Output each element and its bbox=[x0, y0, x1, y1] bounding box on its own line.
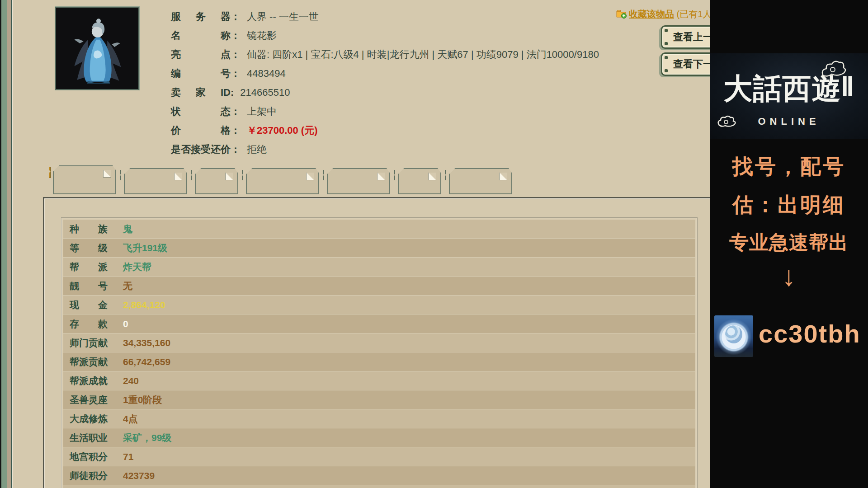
ad-text-line: 估：出明细 bbox=[710, 191, 868, 219]
info-field-value: 214665510 bbox=[240, 87, 290, 98]
info-field-colon: : bbox=[231, 83, 234, 102]
left-decorative-border bbox=[0, 0, 14, 488]
row-label: 圣兽灵座 bbox=[70, 394, 108, 406]
info-field-row: 编号：4483494 bbox=[171, 64, 599, 83]
tab-坐骑召唤兽[interactable]: 坐骑召唤兽 bbox=[242, 171, 315, 197]
tab-folded-corner bbox=[306, 173, 314, 180]
ad-text-line: 找号，配号 bbox=[710, 153, 868, 181]
row-label: 种族 bbox=[70, 223, 108, 235]
logo-subtitle: ONLINE bbox=[710, 116, 868, 127]
tab-folded-corner bbox=[174, 173, 182, 180]
tab-shadow bbox=[449, 168, 512, 194]
row-label: 现金 bbox=[70, 299, 108, 311]
table-row: 等级 飞升191级 bbox=[63, 238, 695, 257]
row-label: 存款 bbox=[70, 318, 108, 330]
info-field-colon: ： bbox=[231, 140, 241, 159]
contact-id-text: cc30tbh bbox=[759, 319, 861, 348]
info-field-value: 人界 -- 一生一世 bbox=[247, 11, 319, 22]
row-value: 无 bbox=[123, 280, 132, 292]
row-value: 4点 bbox=[123, 413, 138, 425]
collect-item-link[interactable]: 收藏该物品 (已有1人收 bbox=[616, 8, 710, 20]
tab-外观道具[interactable]: 外观道具 bbox=[445, 171, 508, 197]
character-avatar bbox=[55, 7, 139, 90]
tab-shadow bbox=[246, 168, 319, 194]
tab-content-panel: 种族 鬼 等级 飞升191级 帮派 炸天帮 靓号 无 现金 2,864,120 bbox=[43, 197, 710, 488]
info-field-value: ￥23700.00 (元) bbox=[247, 125, 318, 136]
earth-thumbnail-image bbox=[714, 315, 753, 357]
tab-法术修正[interactable]: 法术修正 bbox=[323, 171, 386, 197]
tab-shadow bbox=[398, 168, 441, 194]
tab-属性抗性[interactable]: 属性抗性 bbox=[120, 171, 183, 197]
info-field-label: 状态 bbox=[171, 102, 231, 121]
info-field-value: 上架中 bbox=[247, 106, 277, 117]
info-field-row: 是否接受还价：拒绝 bbox=[171, 140, 599, 159]
table-row: 靓号 无 bbox=[63, 276, 695, 295]
tab-小孩[interactable]: 小孩 bbox=[394, 171, 437, 197]
info-field-label: 名称 bbox=[171, 26, 231, 45]
character-illustration bbox=[56, 8, 138, 89]
row-value: 鬼 bbox=[123, 223, 132, 235]
row-label: 帮派 bbox=[70, 261, 108, 273]
table-row: 地宫积分 71 bbox=[63, 447, 695, 466]
table-row: 帮派 炸天帮 bbox=[63, 257, 695, 276]
table-row: 帮派贡献 66,742,659 bbox=[63, 352, 695, 371]
row-label: 帮派成就 bbox=[70, 375, 108, 387]
down-arrow-icon: ↓ bbox=[710, 260, 868, 292]
cloud-ornament-icon bbox=[819, 57, 848, 79]
info-field-row: 价格：￥23700.00 (元) bbox=[171, 121, 599, 140]
row-label: 生活职业 bbox=[70, 432, 108, 444]
row-label: 帮派贡献 bbox=[70, 356, 108, 368]
info-field-row: 名称：镜花影 bbox=[171, 26, 599, 45]
tab-folded-corner bbox=[103, 170, 111, 178]
ad-text-line: 专业急速帮出 bbox=[710, 230, 868, 256]
tab-装备[interactable]: 装备 bbox=[191, 171, 234, 197]
row-value: 1重0阶段 bbox=[123, 394, 162, 406]
info-field-value: 4483494 bbox=[247, 68, 286, 79]
info-field-value: 仙器: 四阶x1 | 宝石:八级4 | 时装|龙行九州 | 天赋67 | 功绩9… bbox=[247, 49, 599, 60]
item-info-block: 服务器：人界 -- 一生一世 名称：镜花影 亮点：仙器: 四阶x1 | 宝石:八… bbox=[171, 7, 599, 159]
main-content: 服务器：人界 -- 一生一世 名称：镜花影 亮点：仙器: 四阶x1 | 宝石:八… bbox=[13, 0, 710, 488]
row-value: 炸天帮 bbox=[123, 261, 151, 273]
row-value: 34,335,160 bbox=[123, 338, 170, 348]
tab-shadow bbox=[327, 168, 390, 194]
info-field-label: 价格 bbox=[171, 121, 231, 140]
row-label: 师徒积分 bbox=[70, 469, 108, 482]
table-row: 圣兽灵座 1重0阶段 bbox=[63, 390, 695, 409]
info-field-row: 亮点：仙器: 四阶x1 | 宝石:八级4 | 时装|龙行九州 | 天赋67 | … bbox=[171, 45, 599, 64]
tab-shadow bbox=[195, 168, 238, 194]
collect-link-label[interactable]: 收藏该物品 bbox=[629, 9, 674, 19]
info-field-label: 卖家ID bbox=[171, 83, 231, 102]
info-field-colon: ： bbox=[231, 26, 241, 45]
table-row: 师门贡献 34,335,160 bbox=[63, 333, 695, 352]
row-value: 0 bbox=[123, 319, 128, 329]
tab-folded-corner bbox=[377, 173, 385, 180]
info-field-row: 状态：上架中 bbox=[171, 102, 599, 121]
table-row: 作坊 湛卢坊 7 段：熟练：48305：成就：1650：等级：126 bbox=[63, 485, 695, 488]
table-row: 帮派成就 240 bbox=[63, 371, 695, 390]
row-label: 地宫积分 bbox=[70, 450, 108, 463]
info-field-value: 拒绝 bbox=[247, 144, 267, 155]
row-value: 71 bbox=[123, 451, 133, 462]
info-field-colon: ： bbox=[231, 121, 241, 140]
table-row: 种族 鬼 bbox=[63, 220, 695, 238]
view-next-button[interactable]: 查看下一 bbox=[661, 52, 710, 76]
info-field-row: 卖家ID:214665510 bbox=[171, 83, 599, 102]
info-field-label: 亮点 bbox=[171, 45, 231, 64]
tab-基本信息[interactable]: 基本信息 bbox=[49, 169, 112, 197]
row-value: 66,742,659 bbox=[123, 357, 170, 367]
detail-tabs: 基本信息 属性抗性 装备 坐骑召唤兽 法 bbox=[49, 169, 508, 197]
folder-plus-icon bbox=[616, 9, 627, 19]
info-field-label: 是否接受还价 bbox=[171, 140, 231, 159]
info-field-value: 镜花影 bbox=[247, 30, 277, 41]
row-value: 飞升191级 bbox=[123, 242, 167, 254]
tab-folded-corner bbox=[428, 173, 436, 180]
row-value: 采矿，99级 bbox=[123, 432, 171, 444]
table-row: 大成修炼 4点 bbox=[63, 409, 695, 428]
table-row: 现金 2,864,120 bbox=[63, 295, 695, 314]
row-label: 大成修炼 bbox=[70, 413, 108, 425]
collect-count-text: (已有1人收 bbox=[674, 9, 710, 19]
side-ad-panel: 大話西遊Ⅱ ONLINE 找号，配号 估：出明细 专业急速帮出 ↓ cc30tb… bbox=[710, 0, 868, 488]
view-previous-button[interactable]: 查看上一 bbox=[661, 25, 710, 49]
info-field-label: 编号 bbox=[171, 64, 231, 83]
row-value: 240 bbox=[123, 375, 139, 386]
